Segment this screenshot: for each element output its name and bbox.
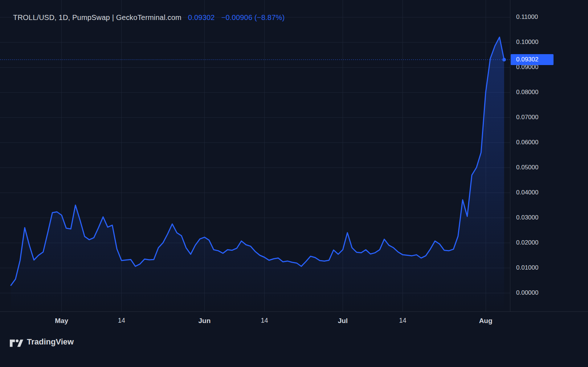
tradingview-logo-icon (10, 337, 23, 347)
tradingview-chart-window: TROLL/USD, 1D, PumpSwap | GeckoTerminal.… (0, 0, 588, 367)
price-scale-label: 0.10000 (516, 39, 538, 46)
last-price-value: 0.09302 (188, 13, 215, 22)
price-scale-label: 0.07000 (516, 114, 538, 121)
price-scale-label: 0.04000 (516, 189, 538, 196)
price-scale-label: 0.08000 (516, 89, 538, 96)
time-scale-label: 14 (261, 317, 268, 324)
time-scale-label: Aug (479, 317, 493, 325)
time-axis[interactable]: May14Jun14Jul14Aug (0, 312, 588, 331)
price-area-fill (11, 37, 504, 311)
last-price-badge: 0.09302 (511, 54, 554, 65)
chart-legend: TROLL/USD, 1D, PumpSwap | GeckoTerminal.… (13, 13, 285, 22)
price-scale-label: 0.03000 (516, 214, 538, 221)
last-price-marker (502, 58, 506, 61)
time-scale-label: Jul (338, 317, 348, 325)
time-scale-label: May (55, 317, 68, 325)
price-scale-label: 0.02000 (516, 239, 538, 246)
price-scale-label: 0.00000 (516, 289, 538, 297)
price-axis[interactable]: 0.09302 0.110000.100000.090000.080000.07… (510, 0, 588, 311)
tradingview-logo[interactable]: TradingView (10, 337, 74, 347)
price-scale-label: 0.11000 (516, 13, 538, 21)
price-scale-label: 0.06000 (516, 139, 538, 146)
time-scale-label: 14 (118, 317, 125, 324)
price-scale-label: 0.05000 (516, 164, 538, 171)
price-chart-pane[interactable] (0, 0, 510, 311)
time-scale-label: Jun (199, 317, 211, 325)
time-scale-label: 14 (399, 317, 406, 324)
price-change-value: −0.00906 (−8.87%) (221, 13, 285, 22)
tradingview-logo-text: TradingView (27, 337, 74, 347)
price-scale-label: 0.01000 (516, 264, 538, 271)
symbol-title[interactable]: TROLL/USD, 1D, PumpSwap | GeckoTerminal.… (13, 13, 181, 22)
